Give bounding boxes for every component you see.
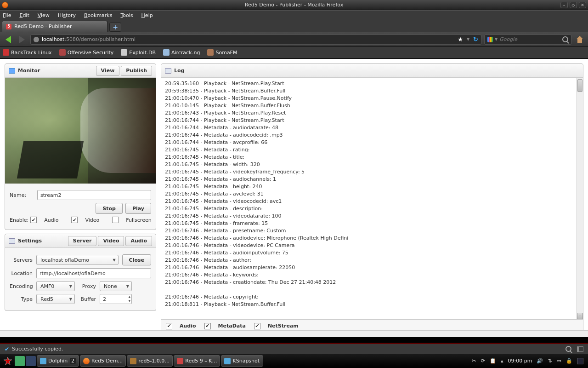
proxy-select[interactable]: None [100,281,132,291]
globe-icon [34,37,39,42]
log-entry: 21:00:16:745 - Metadata - videodatarate:… [165,213,573,220]
home-button[interactable] [574,34,585,45]
tray-klipper-icon[interactable]: 📋 [490,358,496,364]
bookmark-backtrack[interactable]: BackTrack Linux [3,49,52,56]
url-dropdown-icon[interactable]: ▼ [467,37,469,41]
settings-panel: Settings Server Video Audio Servers loca… [5,234,156,311]
tab-video[interactable]: Video [98,236,124,246]
bookmark-aircrack[interactable]: Aircrack-ng [163,49,200,56]
show-desktop-icon[interactable] [577,358,583,364]
page-horizontal-scrollbar[interactable] [0,330,588,337]
tab-publish[interactable]: Publish [121,66,152,76]
search-engine-dropdown[interactable]: ▼ [495,37,498,41]
menu-bookmarks[interactable]: Bookmarks [84,12,112,18]
close-window-button[interactable]: ✕ [579,2,586,8]
menu-history[interactable]: History [58,12,76,18]
log-header: Log [161,64,583,78]
close-button[interactable]: Close [122,254,151,265]
type-select[interactable]: Red5 [36,294,75,304]
url-bar[interactable]: localhost:5080/demos/publisher.html ★ ▼ … [30,34,481,45]
filter-netstream-checkbox[interactable]: ✔ [254,323,260,329]
log-entry: 21:00:16:743 - Playback - NetStream.Play… [165,109,573,117]
tray-expand-icon[interactable]: ▴ [501,358,503,364]
bookmark-star-icon[interactable]: ★ [458,36,463,43]
clock[interactable]: 09:00 pm [508,358,532,364]
fullscreen-checkbox[interactable] [112,217,119,223]
maximize-button[interactable]: ◇ [570,2,577,8]
servers-label: Servers [10,257,33,263]
search-box[interactable]: ▼ Google [484,34,571,45]
play-button[interactable]: Play [125,203,151,214]
sidebar-toggle-icon[interactable] [577,346,583,352]
start-button[interactable] [2,355,14,367]
back-button[interactable] [3,34,14,45]
log-entry: 21:00:16:745 - Metadata - avclevel: 31 [165,190,573,198]
name-input[interactable] [37,190,151,200]
launcher-2[interactable] [26,356,36,366]
search-placeholder: Google [499,36,517,42]
filter-metadata-checkbox[interactable]: ✔ [204,323,211,329]
bookmark-exploitdb[interactable]: Exploit-DB [121,49,156,56]
scrollbar-down[interactable]: ▼ [577,313,583,319]
tray-volume-icon[interactable]: 🔊 [537,358,543,364]
forward-button[interactable] [17,34,28,45]
page-content: Monitor View Publish Name: Stop Play [0,59,588,337]
tray-updates-icon[interactable]: ⟳ [481,358,485,364]
tray-network-icon[interactable]: ⇅ [548,358,552,364]
system-tray: ✂ ⟳ 📋 ▴ 09:00 pm 🔊 ⇅ ▭ 🔒 [469,358,587,364]
task-dolphin[interactable]: Dolphin2 [37,355,79,367]
menu-help[interactable]: Help [141,12,153,18]
buffer-input[interactable]: 2 [100,294,132,304]
proxy-label: Proxy [79,283,96,289]
tray-battery-icon[interactable]: ▭ [557,358,561,364]
log-icon [165,68,171,74]
tab-server[interactable]: Server [68,236,97,246]
menu-file[interactable]: File [3,12,11,18]
reload-button[interactable]: ↻ [473,36,478,43]
filter-audio-checkbox[interactable]: ✔ [166,323,172,329]
window-title: Red5 Demo - Publisher - Mozilla Firefox [245,2,343,8]
encoding-select[interactable]: AMF0 [36,281,75,291]
menu-view[interactable]: View [38,12,50,18]
browser-tab[interactable]: 5 Red5 Demo - Publisher [2,21,107,32]
status-bar: ✔ Successfully copied. [0,344,588,354]
search-icon[interactable] [562,36,568,42]
task-red59[interactable]: Red5 9 – K… [174,355,220,367]
log-entry: 21:00:16:745 - Metadata - audiochannels:… [165,176,573,183]
tray-scissors-icon[interactable]: ✂ [472,358,476,364]
zoom-icon[interactable] [565,346,571,352]
launcher-1[interactable] [15,356,25,366]
log-scrollbar[interactable]: ▼ [577,78,583,319]
bookmarks-bar: BackTrack Linux Offensive Security Explo… [0,47,588,59]
bookmark-offensive[interactable]: Offensive Security [59,49,114,56]
scrollbar-thumb[interactable] [577,79,582,92]
status-text: Successfully copied. [12,346,63,352]
minimize-button[interactable]: – [560,2,568,8]
log-entry: 21:00:16:745 - Metadata - title: [165,154,573,161]
settings-header: Settings Server Video Audio [5,234,156,248]
task-red5[interactable]: red5-1.0.0… [127,355,173,367]
servers-select[interactable]: localhost oflaDemo [36,255,119,265]
audio-checkbox[interactable]: ✔ [30,217,37,223]
task-ksnapshot[interactable]: KSnapshot [221,355,263,367]
settings-icon [9,238,15,244]
tab-view[interactable]: View [96,66,120,76]
log-entry: 21:00:16:744 - Playback - NetStream.Play… [165,117,573,124]
task-firefox[interactable]: Red5 Dem… [80,355,126,367]
new-tab-button[interactable]: + [109,23,121,32]
menu-edit[interactable]: Edit [19,12,29,18]
monitor-header: Monitor View Publish [5,64,156,78]
window-titlebar: Red5 Demo - Publisher - Mozilla Firefox … [0,0,588,10]
tab-audio[interactable]: Audio [125,236,152,246]
log-entry: 21:00:16:746 - Metadata - audiosamplerat… [165,264,573,271]
bookmark-somafm[interactable]: SomaFM [207,49,237,56]
stop-button[interactable]: Stop [96,203,123,214]
tray-lock-icon[interactable]: 🔒 [566,358,572,364]
location-input[interactable] [36,268,151,278]
log-entry: 21:00:16:745 - Metadata - videocodecid: … [165,198,573,205]
menu-tools[interactable]: Tools [120,12,133,18]
enable-label: Enable: [10,217,28,223]
video-checkbox[interactable]: ✔ [71,217,78,223]
system-taskbar: Dolphin2 Red5 Dem… red5-1.0.0… Red5 9 – … [0,354,588,368]
favicon-icon: 5 [6,24,11,29]
